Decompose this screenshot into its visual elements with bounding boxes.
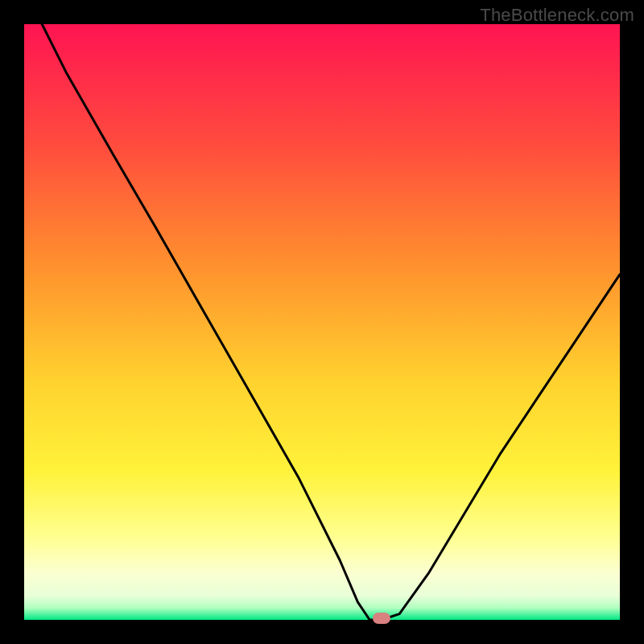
chart-container: TheBottleneck.com bbox=[0, 0, 644, 644]
bottleneck-curve-chart bbox=[0, 0, 644, 644]
optimal-marker bbox=[373, 613, 390, 624]
plot-background bbox=[24, 24, 620, 620]
